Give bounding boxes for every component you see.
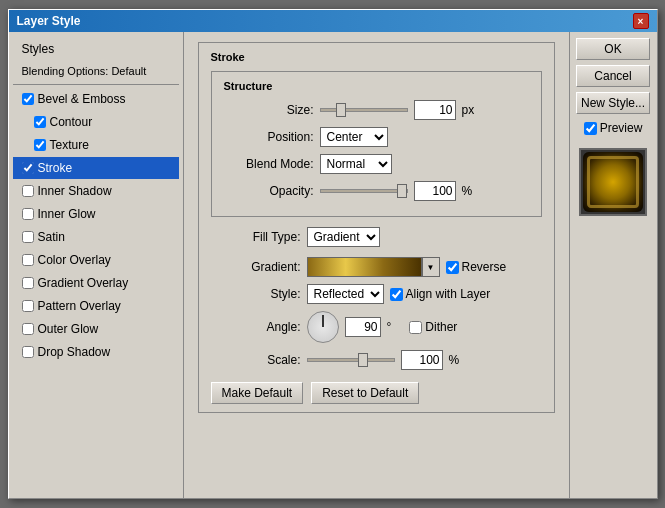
preview-label: Preview bbox=[600, 121, 643, 135]
preview-image bbox=[583, 152, 643, 212]
cancel-button[interactable]: Cancel bbox=[576, 65, 650, 87]
structure-subsection: Structure Size: px Position: bbox=[211, 71, 542, 217]
ok-button[interactable]: OK bbox=[576, 38, 650, 60]
opacity-label: Opacity: bbox=[224, 184, 314, 198]
fill-type-label: Fill Type: bbox=[211, 230, 301, 244]
sidebar-item-inner-shadow[interactable]: Inner Shadow bbox=[13, 180, 179, 202]
dither-checkbox-label[interactable]: Dither bbox=[409, 320, 457, 334]
fill-type-row: Fill Type: Gradient Color Pattern bbox=[211, 227, 542, 247]
blend-mode-row: Blend Mode: Normal Dissolve Multiply Scr… bbox=[224, 154, 529, 174]
make-default-button[interactable]: Make Default bbox=[211, 382, 304, 404]
style-select[interactable]: Linear Radial Angle Reflected Diamond bbox=[307, 284, 384, 304]
angle-unit: ° bbox=[387, 320, 392, 334]
sidebar-item-contour[interactable]: Contour bbox=[13, 111, 179, 133]
opacity-row: Opacity: % bbox=[224, 181, 529, 201]
satin-label: Satin bbox=[38, 230, 65, 244]
dither-label: Dither bbox=[425, 320, 457, 334]
structure-title: Structure bbox=[224, 80, 529, 92]
opacity-input[interactable] bbox=[414, 181, 456, 201]
align-layer-text: Align with Layer bbox=[406, 287, 491, 301]
close-button[interactable]: × bbox=[633, 13, 649, 29]
gradient-overlay-label: Gradient Overlay bbox=[38, 276, 129, 290]
fill-type-select[interactable]: Gradient Color Pattern bbox=[307, 227, 380, 247]
stroke-checkbox[interactable] bbox=[22, 162, 34, 174]
angle-dial[interactable] bbox=[307, 311, 339, 343]
title-bar: Layer Style × bbox=[9, 10, 657, 32]
sidebar-item-bevel-emboss[interactable]: Bevel & Emboss bbox=[13, 88, 179, 110]
position-label: Position: bbox=[224, 130, 314, 144]
sidebar-item-inner-glow[interactable]: Inner Glow bbox=[13, 203, 179, 225]
opacity-unit: % bbox=[462, 184, 473, 198]
sidebar-item-pattern-overlay[interactable]: Pattern Overlay bbox=[13, 295, 179, 317]
preview-box bbox=[579, 148, 647, 216]
position-row: Position: Outside Inside Center bbox=[224, 127, 529, 147]
stroke-title: Stroke bbox=[211, 51, 542, 63]
reverse-checkbox-label[interactable]: Reverse bbox=[446, 260, 507, 274]
sidebar-item-outer-glow[interactable]: Outer Glow bbox=[13, 318, 179, 340]
color-overlay-label: Color Overlay bbox=[38, 253, 111, 267]
gradient-overlay-checkbox[interactable] bbox=[22, 277, 34, 289]
sidebar-item-gradient-overlay[interactable]: Gradient Overlay bbox=[13, 272, 179, 294]
reverse-label: Reverse bbox=[462, 260, 507, 274]
scale-unit: % bbox=[449, 353, 460, 367]
contour-label: Contour bbox=[50, 115, 93, 129]
gradient-label: Gradient: bbox=[211, 260, 301, 274]
sidebar-item-texture[interactable]: Texture bbox=[13, 134, 179, 156]
contour-checkbox[interactable] bbox=[34, 116, 46, 128]
position-select[interactable]: Outside Inside Center bbox=[320, 127, 388, 147]
sidebar-item-stroke[interactable]: Stroke bbox=[13, 157, 179, 179]
inner-glow-checkbox[interactable] bbox=[22, 208, 34, 220]
align-layer-label[interactable]: Align with Layer bbox=[390, 287, 491, 301]
style-label: Style: bbox=[211, 287, 301, 301]
reverse-checkbox[interactable] bbox=[446, 261, 459, 274]
separator bbox=[13, 84, 179, 85]
dialog-title: Layer Style bbox=[17, 14, 81, 28]
size-input[interactable] bbox=[414, 100, 456, 120]
angle-label: Angle: bbox=[211, 320, 301, 334]
opacity-slider[interactable] bbox=[320, 189, 408, 193]
scale-slider[interactable] bbox=[307, 358, 395, 362]
bevel-emboss-label: Bevel & Emboss bbox=[38, 92, 126, 106]
reset-default-button[interactable]: Reset to Default bbox=[311, 382, 419, 404]
bevel-emboss-checkbox[interactable] bbox=[22, 93, 34, 105]
align-layer-checkbox[interactable] bbox=[390, 288, 403, 301]
size-unit: px bbox=[462, 103, 475, 117]
sidebar-item-blending[interactable]: Blending Options: Default bbox=[13, 61, 179, 81]
stroke-section: Stroke Structure Size: px Positio bbox=[198, 42, 555, 413]
angle-row: Angle: ° Dither bbox=[211, 311, 542, 343]
blend-mode-select[interactable]: Normal Dissolve Multiply Screen bbox=[320, 154, 392, 174]
left-panel: Styles Blending Options: Default Bevel &… bbox=[9, 32, 184, 498]
layer-style-dialog: Layer Style × Styles Blending Options: D… bbox=[8, 9, 658, 499]
outer-glow-checkbox[interactable] bbox=[22, 323, 34, 335]
scale-input[interactable] bbox=[401, 350, 443, 370]
size-label: Size: bbox=[224, 103, 314, 117]
size-slider[interactable] bbox=[320, 108, 408, 112]
angle-input[interactable] bbox=[345, 317, 381, 337]
texture-checkbox[interactable] bbox=[34, 139, 46, 151]
gradient-preview[interactable] bbox=[307, 257, 422, 277]
preview-checkbox[interactable] bbox=[584, 122, 597, 135]
gradient-dropdown-btn[interactable]: ▼ bbox=[422, 257, 440, 277]
new-style-button[interactable]: New Style... bbox=[576, 92, 650, 114]
pattern-overlay-label: Pattern Overlay bbox=[38, 299, 121, 313]
inner-shadow-checkbox[interactable] bbox=[22, 185, 34, 197]
sidebar-item-satin[interactable]: Satin bbox=[13, 226, 179, 248]
dither-checkbox[interactable] bbox=[409, 321, 422, 334]
stroke-label: Stroke bbox=[38, 161, 73, 175]
preview-checkbox-label[interactable]: Preview bbox=[584, 121, 643, 135]
opacity-slider-container bbox=[320, 189, 408, 193]
pattern-overlay-checkbox[interactable] bbox=[22, 300, 34, 312]
sidebar-item-drop-shadow[interactable]: Drop Shadow bbox=[13, 341, 179, 363]
color-overlay-checkbox[interactable] bbox=[22, 254, 34, 266]
satin-checkbox[interactable] bbox=[22, 231, 34, 243]
sidebar-item-color-overlay[interactable]: Color Overlay bbox=[13, 249, 179, 271]
inner-glow-label: Inner Glow bbox=[38, 207, 96, 221]
scale-slider-container bbox=[307, 358, 395, 362]
right-panel: OK Cancel New Style... Preview bbox=[569, 32, 657, 498]
inner-shadow-label: Inner Shadow bbox=[38, 184, 112, 198]
style-row: Style: Linear Radial Angle Reflected Dia… bbox=[211, 284, 542, 304]
sidebar-item-styles[interactable]: Styles bbox=[13, 38, 179, 60]
size-slider-container bbox=[320, 108, 408, 112]
drop-shadow-checkbox[interactable] bbox=[22, 346, 34, 358]
dialog-body: Styles Blending Options: Default Bevel &… bbox=[9, 32, 657, 498]
